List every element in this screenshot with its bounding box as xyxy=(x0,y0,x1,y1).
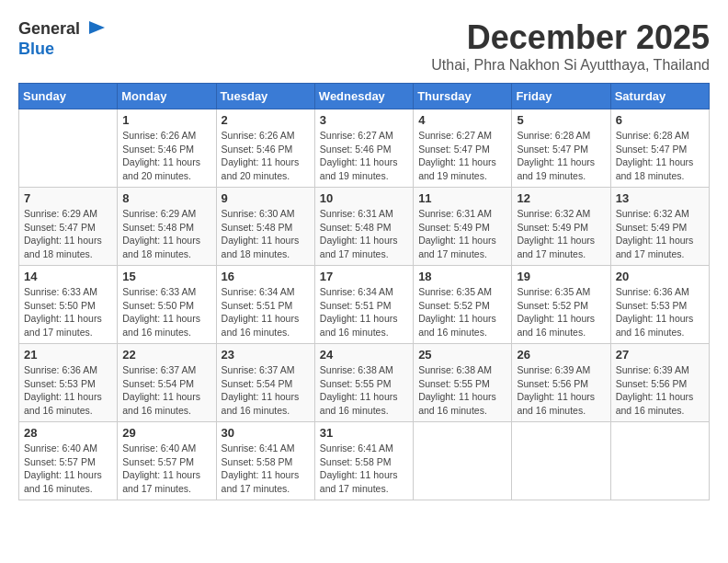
day-number: 28 xyxy=(24,426,112,440)
day-number: 22 xyxy=(122,348,210,362)
day-detail: Sunrise: 6:39 AMSunset: 5:56 PMDaylight:… xyxy=(517,363,605,418)
day-detail: Sunrise: 6:35 AMSunset: 5:52 PMDaylight:… xyxy=(418,285,506,339)
calendar-week-row: 7 Sunrise: 6:29 AMSunset: 5:47 PMDayligh… xyxy=(19,188,710,266)
logo-flag-icon xyxy=(86,18,108,40)
day-detail: Sunrise: 6:41 AMSunset: 5:58 PMDaylight:… xyxy=(222,442,310,496)
day-detail: Sunrise: 6:30 AMSunset: 5:48 PMDaylight:… xyxy=(222,207,310,261)
weekday-header-tuesday: Tuesday xyxy=(216,84,314,109)
calendar-cell: 6 Sunrise: 6:28 AMSunset: 5:47 PMDayligh… xyxy=(610,109,709,188)
day-detail: Sunrise: 6:37 AMSunset: 5:54 PMDaylight:… xyxy=(222,363,310,418)
day-detail: Sunrise: 6:32 AMSunset: 5:49 PMDaylight:… xyxy=(616,207,704,261)
day-detail: Sunrise: 6:41 AMSunset: 5:58 PMDaylight:… xyxy=(320,442,408,496)
day-number: 25 xyxy=(418,348,506,362)
day-detail: Sunrise: 6:31 AMSunset: 5:48 PMDaylight:… xyxy=(320,207,408,261)
location-title: Uthai, Phra Nakhon Si Ayutthaya, Thailan… xyxy=(431,57,710,74)
calendar-cell: 16 Sunrise: 6:34 AMSunset: 5:51 PMDaylig… xyxy=(216,266,314,344)
day-detail: Sunrise: 6:26 AMSunset: 5:46 PMDaylight:… xyxy=(122,129,210,183)
calendar-cell: 29 Sunrise: 6:40 AMSunset: 5:57 PMDaylig… xyxy=(118,422,216,500)
day-number: 29 xyxy=(122,426,210,440)
day-number: 7 xyxy=(24,191,112,205)
day-detail: Sunrise: 6:34 AMSunset: 5:51 PMDaylight:… xyxy=(222,285,310,339)
title-area: December 2025 Uthai, Phra Nakhon Si Ayut… xyxy=(431,18,710,74)
day-detail: Sunrise: 6:36 AMSunset: 5:53 PMDaylight:… xyxy=(616,285,704,339)
day-number: 18 xyxy=(418,270,506,283)
calendar-cell: 24 Sunrise: 6:38 AMSunset: 5:55 PMDaylig… xyxy=(314,344,413,422)
calendar-cell: 19 Sunrise: 6:35 AMSunset: 5:52 PMDaylig… xyxy=(512,266,610,344)
logo-general-text: General xyxy=(18,19,80,38)
day-detail: Sunrise: 6:40 AMSunset: 5:57 PMDaylight:… xyxy=(24,442,112,496)
day-detail: Sunrise: 6:37 AMSunset: 5:54 PMDaylight:… xyxy=(122,363,210,418)
day-number: 2 xyxy=(222,113,310,127)
calendar-cell: 23 Sunrise: 6:37 AMSunset: 5:54 PMDaylig… xyxy=(216,344,314,422)
calendar-week-row: 21 Sunrise: 6:36 AMSunset: 5:53 PMDaylig… xyxy=(19,344,710,422)
calendar-cell: 9 Sunrise: 6:30 AMSunset: 5:48 PMDayligh… xyxy=(216,188,314,266)
calendar-cell: 12 Sunrise: 6:32 AMSunset: 5:49 PMDaylig… xyxy=(512,188,610,266)
day-detail: Sunrise: 6:29 AMSunset: 5:48 PMDaylight:… xyxy=(122,207,210,261)
day-number: 11 xyxy=(418,191,506,205)
weekday-header-thursday: Thursday xyxy=(414,84,512,109)
day-detail: Sunrise: 6:31 AMSunset: 5:49 PMDaylight:… xyxy=(418,207,506,261)
day-number: 14 xyxy=(24,270,112,283)
calendar-cell: 30 Sunrise: 6:41 AMSunset: 5:58 PMDaylig… xyxy=(216,422,314,500)
calendar-cell: 27 Sunrise: 6:39 AMSunset: 5:56 PMDaylig… xyxy=(610,344,709,422)
day-number: 24 xyxy=(320,348,408,362)
calendar-week-row: 28 Sunrise: 6:40 AMSunset: 5:57 PMDaylig… xyxy=(19,422,710,500)
day-number: 20 xyxy=(616,270,704,283)
day-number: 30 xyxy=(222,426,310,440)
calendar-cell: 15 Sunrise: 6:33 AMSunset: 5:50 PMDaylig… xyxy=(118,266,216,344)
calendar-cell: 11 Sunrise: 6:31 AMSunset: 5:49 PMDaylig… xyxy=(414,188,512,266)
calendar-cell: 31 Sunrise: 6:41 AMSunset: 5:58 PMDaylig… xyxy=(314,422,413,500)
weekday-header-wednesday: Wednesday xyxy=(314,84,413,109)
day-number: 13 xyxy=(616,191,704,205)
day-detail: Sunrise: 6:28 AMSunset: 5:47 PMDaylight:… xyxy=(616,129,704,183)
month-title: December 2025 xyxy=(431,18,710,57)
day-number: 31 xyxy=(320,426,408,440)
day-number: 26 xyxy=(517,348,605,362)
day-number: 15 xyxy=(122,270,210,283)
calendar-cell: 5 Sunrise: 6:28 AMSunset: 5:47 PMDayligh… xyxy=(512,109,610,188)
day-number: 9 xyxy=(222,191,310,205)
logo: General Blue xyxy=(18,18,108,59)
calendar-cell: 20 Sunrise: 6:36 AMSunset: 5:53 PMDaylig… xyxy=(610,266,709,344)
day-detail: Sunrise: 6:35 AMSunset: 5:52 PMDaylight:… xyxy=(517,285,605,339)
day-number: 5 xyxy=(517,113,605,127)
calendar-body: 1 Sunrise: 6:26 AMSunset: 5:46 PMDayligh… xyxy=(19,109,710,500)
day-detail: Sunrise: 6:38 AMSunset: 5:55 PMDaylight:… xyxy=(418,363,506,418)
calendar-cell xyxy=(512,422,610,500)
day-number: 8 xyxy=(122,191,210,205)
day-detail: Sunrise: 6:40 AMSunset: 5:57 PMDaylight:… xyxy=(122,442,210,496)
calendar-cell xyxy=(610,422,709,500)
day-number: 19 xyxy=(517,270,605,283)
calendar-cell: 3 Sunrise: 6:27 AMSunset: 5:46 PMDayligh… xyxy=(314,109,413,188)
day-number: 17 xyxy=(320,270,408,283)
day-number: 23 xyxy=(222,348,310,362)
calendar-week-row: 14 Sunrise: 6:33 AMSunset: 5:50 PMDaylig… xyxy=(19,266,710,344)
day-number: 12 xyxy=(517,191,605,205)
calendar-cell: 8 Sunrise: 6:29 AMSunset: 5:48 PMDayligh… xyxy=(118,188,216,266)
day-detail: Sunrise: 6:38 AMSunset: 5:55 PMDaylight:… xyxy=(320,363,408,418)
weekday-header-sunday: Sunday xyxy=(19,84,118,109)
day-detail: Sunrise: 6:36 AMSunset: 5:53 PMDaylight:… xyxy=(24,363,112,418)
calendar-cell: 25 Sunrise: 6:38 AMSunset: 5:55 PMDaylig… xyxy=(414,344,512,422)
calendar-cell: 2 Sunrise: 6:26 AMSunset: 5:46 PMDayligh… xyxy=(216,109,314,188)
calendar-cell: 18 Sunrise: 6:35 AMSunset: 5:52 PMDaylig… xyxy=(414,266,512,344)
day-detail: Sunrise: 6:34 AMSunset: 5:51 PMDaylight:… xyxy=(320,285,408,339)
calendar-cell: 10 Sunrise: 6:31 AMSunset: 5:48 PMDaylig… xyxy=(314,188,413,266)
day-number: 27 xyxy=(616,348,704,362)
calendar-cell: 17 Sunrise: 6:34 AMSunset: 5:51 PMDaylig… xyxy=(314,266,413,344)
calendar-cell: 21 Sunrise: 6:36 AMSunset: 5:53 PMDaylig… xyxy=(19,344,118,422)
calendar-cell xyxy=(19,109,118,188)
calendar-cell: 28 Sunrise: 6:40 AMSunset: 5:57 PMDaylig… xyxy=(19,422,118,500)
calendar-cell: 7 Sunrise: 6:29 AMSunset: 5:47 PMDayligh… xyxy=(19,188,118,266)
day-number: 10 xyxy=(320,191,408,205)
day-detail: Sunrise: 6:33 AMSunset: 5:50 PMDaylight:… xyxy=(122,285,210,339)
day-detail: Sunrise: 6:28 AMSunset: 5:47 PMDaylight:… xyxy=(517,129,605,183)
logo-blue-text: Blue xyxy=(18,40,54,58)
calendar-cell: 26 Sunrise: 6:39 AMSunset: 5:56 PMDaylig… xyxy=(512,344,610,422)
day-detail: Sunrise: 6:29 AMSunset: 5:47 PMDaylight:… xyxy=(24,207,112,261)
page-header: General Blue December 2025 Uthai, Phra N… xyxy=(18,18,710,74)
day-number: 16 xyxy=(222,270,310,283)
day-detail: Sunrise: 6:27 AMSunset: 5:47 PMDaylight:… xyxy=(418,129,506,183)
calendar-cell: 4 Sunrise: 6:27 AMSunset: 5:47 PMDayligh… xyxy=(414,109,512,188)
day-number: 21 xyxy=(24,348,112,362)
